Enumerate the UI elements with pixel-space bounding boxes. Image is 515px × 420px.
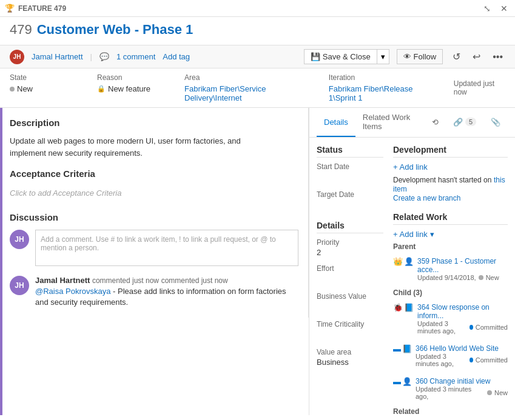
related-add-link-button[interactable]: + Add link ▾ <box>393 230 434 239</box>
dev-info: Development hasn't started on this item <box>393 175 508 193</box>
save-close-group: 💾 Save & Close ▾ <box>304 49 389 64</box>
right-content: Status Start Date Target Date Details <box>309 138 515 415</box>
attach-icon: 📎 <box>491 118 500 127</box>
eye-icon: 👁 <box>403 52 411 61</box>
undo-button[interactable]: ↩ <box>470 50 483 64</box>
status-section: Status Start Date Target Date <box>317 145 383 211</box>
mention[interactable]: @Raisa Pokrovskaya <box>35 287 110 296</box>
comment-content: Jamal Hartnett commented just now commen… <box>35 276 298 308</box>
main-header: 479 Customer Web - Phase 1 <box>0 17 515 45</box>
acceptance-criteria-section: Acceptance Criteria Click to add Accepta… <box>10 168 298 200</box>
work-item-title: 479 Customer Web - Phase 1 <box>10 22 505 38</box>
value-area-field: Value area Business <box>317 348 383 367</box>
child-item-360: ▬ 👤 360 Change initial view Updated 3 mi… <box>393 375 508 402</box>
parent-icons: 👑 👤 <box>393 257 414 266</box>
description-section: Description Update all web pages to more… <box>10 118 298 159</box>
details-section: Details Priority 2 Effort Business Value <box>317 221 383 367</box>
child2-meta: Updated 3 minutes ago, Committed <box>416 353 508 367</box>
iteration-value[interactable]: Fabrikam Fiber\Release 1\Sprint 1 <box>329 84 439 102</box>
priority-label: Priority <box>317 238 383 247</box>
tab-details[interactable]: Details <box>317 108 355 137</box>
area-value[interactable]: Fabrikam Fiber\Service Delivery\Internet <box>184 84 314 102</box>
effort-field: Effort <box>317 264 383 285</box>
child-label: Child (3) <box>393 288 508 297</box>
reason-value: 🔒 New feature <box>97 84 170 93</box>
child1-icons: 🐞 📘 <box>393 303 414 312</box>
child1-details: 364 Slow response on inform... Updated 3… <box>417 303 508 335</box>
title-bar: 🏆 FEATURE 479 ⤡ ✕ <box>0 0 515 17</box>
link-icon: 🔗 <box>453 118 463 127</box>
child3-icon1: ▬ <box>393 377 401 386</box>
child3-status-dot <box>487 390 492 395</box>
minimize-button[interactable]: ⤡ <box>481 2 493 15</box>
tab-attachments[interactable]: 📎 <box>483 108 508 137</box>
dev-add-link-button[interactable]: + Add link <box>393 162 428 172</box>
add-tag-button[interactable]: Add tag <box>163 52 190 61</box>
avatar: JH <box>10 50 24 64</box>
child1-icon2: 📘 <box>404 303 414 312</box>
business-value-value[interactable] <box>317 302 383 313</box>
parent-status-dot <box>479 275 483 280</box>
details-title: Details <box>317 221 383 233</box>
child1-name[interactable]: 364 Slow response on inform... <box>417 303 508 320</box>
effort-value[interactable] <box>317 274 383 285</box>
tab-links[interactable]: 🔗 5 <box>446 108 483 137</box>
comment-item: JH Jamal Hartnett commented just now com… <box>10 276 298 308</box>
child2-icon2: 📘 <box>402 344 412 353</box>
acceptance-criteria-input[interactable]: Click to add Acceptance Criteria <box>10 186 298 200</box>
start-date-label: Start Date <box>317 162 383 171</box>
child3-meta: Updated 3 minutes ago, New <box>416 385 508 400</box>
item-title[interactable]: Customer Web - Phase 1 <box>37 22 194 38</box>
state-field: State New <box>10 73 82 93</box>
area-field: Area Fabrikam Fiber\Service Delivery\Int… <box>184 73 314 102</box>
parent-icon2: 👤 <box>404 257 414 266</box>
value-area-value[interactable]: Business <box>317 358 383 367</box>
target-date-value[interactable] <box>317 200 383 211</box>
save-dropdown-button[interactable]: ▾ <box>377 49 389 64</box>
comment-icon: 💬 <box>99 52 109 61</box>
create-branch-link[interactable]: Create a new branch <box>393 194 460 202</box>
updated-text: Updated just now <box>454 79 505 96</box>
child2-name[interactable]: 366 Hello World Web Site <box>416 344 508 353</box>
time-criticality-value[interactable] <box>317 330 383 341</box>
state-label: State <box>10 73 82 82</box>
comment-text: @Raisa Pokrovskaya - Please add links to… <box>35 286 298 308</box>
follow-button[interactable]: 👁 Follow <box>397 49 443 64</box>
iteration-label: Iteration <box>329 73 439 82</box>
tab-related-work-items[interactable]: Related Work Items <box>355 108 425 137</box>
save-close-button[interactable]: 💾 Save & Close <box>304 49 377 64</box>
start-date-value[interactable] <box>317 172 383 183</box>
description-text: Update all web pages to more modern UI, … <box>10 135 298 159</box>
comment-header: Jamal Hartnett commented just now commen… <box>35 276 298 285</box>
state-value: New <box>10 84 82 93</box>
more-options-button[interactable]: ••• <box>490 50 505 64</box>
tab-history[interactable]: ⟲ <box>425 108 446 137</box>
title-bar-left: 🏆 FEATURE 479 <box>5 4 66 13</box>
comment-input[interactable]: Add a comment. Use # to link a work item… <box>35 230 298 266</box>
close-button[interactable]: ✕ <box>498 2 510 15</box>
priority-value[interactable]: 2 <box>317 248 383 257</box>
reason-label: Reason <box>97 73 170 82</box>
related-work-title: Related Work <box>393 212 508 225</box>
refresh-button[interactable]: ↺ <box>450 50 463 64</box>
child2-icon1: ▬ <box>393 344 401 353</box>
fields-row: State New Reason 🔒 New feature Area Fabr… <box>0 68 515 108</box>
child3-icons: ▬ 👤 <box>393 377 412 386</box>
save-icon: 💾 <box>311 52 320 61</box>
tabs: Details Related Work Items ⟲ 🔗 5 📎 <box>309 108 515 138</box>
content-area: Description Update all web pages to more… <box>0 108 515 415</box>
discussion-section: Discussion JH Add a comment. Use # to li… <box>10 212 298 308</box>
status-details-column: Status Start Date Target Date Details <box>317 145 383 415</box>
left-panel-wrapper: Description Update all web pages to more… <box>0 108 309 415</box>
commenter-avatar: JH <box>10 276 29 295</box>
assignee-link[interactable]: Jamal Hartnett <box>32 52 83 61</box>
discussion-input-area: JH Add a comment. Use # to link a work i… <box>10 230 298 266</box>
parent-name[interactable]: 359 Phase 1 - Customer acce... <box>417 257 508 274</box>
feature-icon: 🏆 <box>5 4 15 13</box>
comment-count[interactable]: 1 comment <box>116 52 155 61</box>
time-criticality-field: Time Criticality <box>317 320 383 341</box>
child2-icons: ▬ 📘 <box>393 344 412 353</box>
child3-name[interactable]: 360 Change initial view <box>416 377 508 385</box>
acceptance-criteria-title: Acceptance Criteria <box>10 168 298 179</box>
dev-text: Development hasn't started on <box>393 176 491 184</box>
